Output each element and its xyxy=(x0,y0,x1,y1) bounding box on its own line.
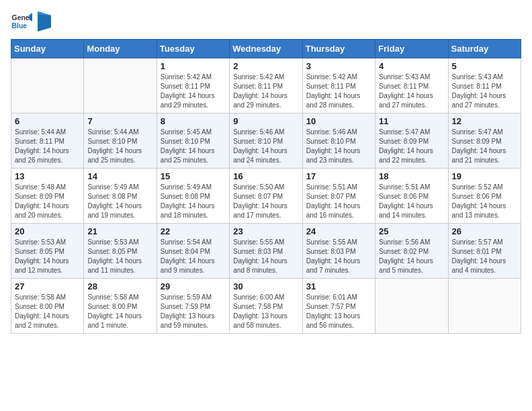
calendar-cell: 29Sunrise: 5:59 AMSunset: 7:59 PMDayligh… xyxy=(157,279,229,334)
logo-triangle-icon xyxy=(38,11,51,32)
day-info: Sunrise: 5:46 AMSunset: 8:10 PMDaylight:… xyxy=(233,128,298,165)
day-info: Sunrise: 5:46 AMSunset: 8:10 PMDaylight:… xyxy=(306,128,371,165)
day-info: Sunrise: 5:47 AMSunset: 8:09 PMDaylight:… xyxy=(452,128,517,165)
calendar-cell: 14Sunrise: 5:49 AMSunset: 8:08 PMDayligh… xyxy=(84,169,157,224)
day-number: 24 xyxy=(306,226,371,236)
day-number: 22 xyxy=(161,226,226,236)
column-header-thursday: Thursday xyxy=(302,40,375,58)
day-number: 2 xyxy=(233,61,298,71)
calendar-table: SundayMondayTuesdayWednesdayThursdayFrid… xyxy=(11,39,521,334)
logo: General Blue xyxy=(11,11,51,32)
calendar-cell xyxy=(84,58,157,113)
day-info: Sunrise: 5:51 AMSunset: 8:06 PMDaylight:… xyxy=(379,183,444,220)
day-number: 25 xyxy=(379,226,444,236)
day-info: Sunrise: 5:42 AMSunset: 8:11 PMDaylight:… xyxy=(233,73,298,110)
day-info: Sunrise: 5:49 AMSunset: 8:08 PMDaylight:… xyxy=(161,183,226,220)
calendar-cell: 27Sunrise: 5:58 AMSunset: 8:00 PMDayligh… xyxy=(11,279,84,334)
day-number: 3 xyxy=(306,61,371,71)
column-header-sunday: Sunday xyxy=(11,40,84,58)
column-header-monday: Monday xyxy=(84,40,157,58)
day-info: Sunrise: 5:43 AMSunset: 8:11 PMDaylight:… xyxy=(452,73,517,110)
day-number: 23 xyxy=(233,226,298,236)
column-header-friday: Friday xyxy=(375,40,448,58)
calendar-cell: 21Sunrise: 5:53 AMSunset: 8:05 PMDayligh… xyxy=(84,224,157,279)
column-header-tuesday: Tuesday xyxy=(157,40,229,58)
day-info: Sunrise: 6:00 AMSunset: 7:58 PMDaylight:… xyxy=(233,293,298,330)
day-info: Sunrise: 6:01 AMSunset: 7:57 PMDaylight:… xyxy=(306,293,371,330)
day-number: 13 xyxy=(15,171,80,181)
day-number: 10 xyxy=(306,116,371,126)
day-number: 5 xyxy=(452,61,517,71)
day-info: Sunrise: 5:53 AMSunset: 8:05 PMDaylight:… xyxy=(15,238,80,275)
page-header: General Blue xyxy=(11,11,521,32)
day-number: 8 xyxy=(161,116,226,126)
day-info: Sunrise: 5:42 AMSunset: 8:11 PMDaylight:… xyxy=(306,73,371,110)
calendar-cell: 15Sunrise: 5:49 AMSunset: 8:08 PMDayligh… xyxy=(157,169,229,224)
calendar-cell: 11Sunrise: 5:47 AMSunset: 8:09 PMDayligh… xyxy=(375,113,448,169)
day-info: Sunrise: 5:48 AMSunset: 8:09 PMDaylight:… xyxy=(15,183,80,220)
calendar-cell: 10Sunrise: 5:46 AMSunset: 8:10 PMDayligh… xyxy=(302,113,375,169)
day-number: 16 xyxy=(233,171,298,181)
calendar-cell: 6Sunrise: 5:44 AMSunset: 8:11 PMDaylight… xyxy=(11,113,84,169)
calendar-cell: 25Sunrise: 5:56 AMSunset: 8:02 PMDayligh… xyxy=(375,224,448,279)
day-info: Sunrise: 5:44 AMSunset: 8:10 PMDaylight:… xyxy=(87,128,152,165)
day-number: 4 xyxy=(379,61,444,71)
day-number: 1 xyxy=(161,61,226,71)
day-number: 12 xyxy=(452,116,517,126)
day-number: 31 xyxy=(306,281,371,291)
calendar-week-row: 6Sunrise: 5:44 AMSunset: 8:11 PMDaylight… xyxy=(11,113,521,169)
logo-icon: General Blue xyxy=(11,11,32,32)
day-number: 14 xyxy=(87,171,152,181)
calendar-cell: 24Sunrise: 5:55 AMSunset: 8:03 PMDayligh… xyxy=(302,224,375,279)
day-info: Sunrise: 5:55 AMSunset: 8:03 PMDaylight:… xyxy=(233,238,298,275)
day-number: 29 xyxy=(161,281,226,291)
calendar-cell: 16Sunrise: 5:50 AMSunset: 8:07 PMDayligh… xyxy=(230,169,302,224)
calendar-cell: 5Sunrise: 5:43 AMSunset: 8:11 PMDaylight… xyxy=(448,58,521,113)
day-number: 7 xyxy=(87,116,152,126)
day-info: Sunrise: 5:56 AMSunset: 8:02 PMDaylight:… xyxy=(379,238,444,275)
day-number: 19 xyxy=(452,171,517,181)
calendar-cell: 31Sunrise: 6:01 AMSunset: 7:57 PMDayligh… xyxy=(302,279,375,334)
calendar-cell: 4Sunrise: 5:43 AMSunset: 8:11 PMDaylight… xyxy=(375,58,448,113)
day-info: Sunrise: 5:43 AMSunset: 8:11 PMDaylight:… xyxy=(379,73,444,110)
calendar-cell xyxy=(448,279,521,334)
day-info: Sunrise: 5:54 AMSunset: 8:04 PMDaylight:… xyxy=(161,238,226,275)
calendar-week-row: 27Sunrise: 5:58 AMSunset: 8:00 PMDayligh… xyxy=(11,279,521,334)
day-number: 6 xyxy=(15,116,80,126)
day-info: Sunrise: 5:47 AMSunset: 8:09 PMDaylight:… xyxy=(379,128,444,165)
day-info: Sunrise: 5:49 AMSunset: 8:08 PMDaylight:… xyxy=(87,183,152,220)
calendar-cell: 20Sunrise: 5:53 AMSunset: 8:05 PMDayligh… xyxy=(11,224,84,279)
calendar-cell: 26Sunrise: 5:57 AMSunset: 8:01 PMDayligh… xyxy=(448,224,521,279)
svg-text:Blue: Blue xyxy=(12,22,28,30)
day-info: Sunrise: 5:50 AMSunset: 8:07 PMDaylight:… xyxy=(233,183,298,220)
calendar-cell: 19Sunrise: 5:52 AMSunset: 8:06 PMDayligh… xyxy=(448,169,521,224)
column-header-saturday: Saturday xyxy=(448,40,521,58)
day-number: 21 xyxy=(87,226,152,236)
day-info: Sunrise: 5:59 AMSunset: 7:59 PMDaylight:… xyxy=(161,293,226,330)
calendar-week-row: 13Sunrise: 5:48 AMSunset: 8:09 PMDayligh… xyxy=(11,169,521,224)
day-info: Sunrise: 5:58 AMSunset: 8:00 PMDaylight:… xyxy=(87,293,152,330)
calendar-cell: 1Sunrise: 5:42 AMSunset: 8:11 PMDaylight… xyxy=(157,58,229,113)
calendar-week-row: 1Sunrise: 5:42 AMSunset: 8:11 PMDaylight… xyxy=(11,58,521,113)
day-number: 20 xyxy=(15,226,80,236)
calendar-cell: 12Sunrise: 5:47 AMSunset: 8:09 PMDayligh… xyxy=(448,113,521,169)
calendar-week-row: 20Sunrise: 5:53 AMSunset: 8:05 PMDayligh… xyxy=(11,224,521,279)
day-info: Sunrise: 5:55 AMSunset: 8:03 PMDaylight:… xyxy=(306,238,371,275)
day-number: 26 xyxy=(452,226,517,236)
day-info: Sunrise: 5:57 AMSunset: 8:01 PMDaylight:… xyxy=(452,238,517,275)
calendar-header-row: SundayMondayTuesdayWednesdayThursdayFrid… xyxy=(11,40,521,58)
calendar-cell: 28Sunrise: 5:58 AMSunset: 8:00 PMDayligh… xyxy=(84,279,157,334)
day-number: 18 xyxy=(379,171,444,181)
calendar-cell xyxy=(375,279,448,334)
calendar-cell: 23Sunrise: 5:55 AMSunset: 8:03 PMDayligh… xyxy=(230,224,302,279)
day-info: Sunrise: 5:44 AMSunset: 8:11 PMDaylight:… xyxy=(15,128,80,165)
day-info: Sunrise: 5:58 AMSunset: 8:00 PMDaylight:… xyxy=(15,293,80,330)
calendar-cell: 30Sunrise: 6:00 AMSunset: 7:58 PMDayligh… xyxy=(230,279,302,334)
day-number: 30 xyxy=(233,281,298,291)
day-number: 27 xyxy=(15,281,80,291)
day-info: Sunrise: 5:53 AMSunset: 8:05 PMDaylight:… xyxy=(87,238,152,275)
day-number: 15 xyxy=(161,171,226,181)
calendar-cell: 7Sunrise: 5:44 AMSunset: 8:10 PMDaylight… xyxy=(84,113,157,169)
day-number: 11 xyxy=(379,116,444,126)
day-number: 17 xyxy=(306,171,371,181)
